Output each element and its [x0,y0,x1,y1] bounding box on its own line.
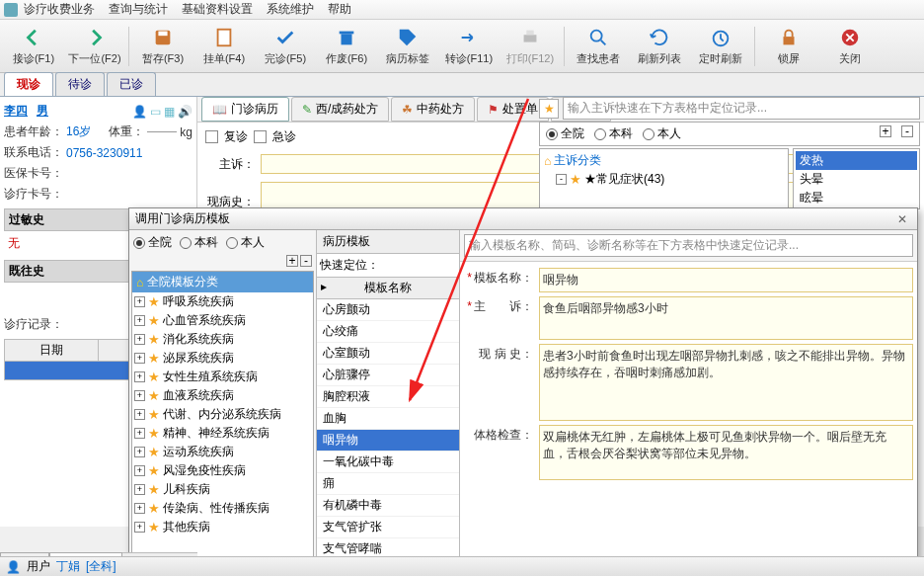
toolbar-void[interactable]: 作废(F6) [317,22,376,71]
category-item[interactable]: +★泌尿系统疾病 [132,349,313,368]
category-item[interactable]: +★代谢、内分泌系统疾病 [132,405,313,424]
tab-waiting[interactable]: 待诊 [55,72,105,96]
tab-western[interactable]: ✎西/成药处方 [291,97,389,122]
template-name-field[interactable]: 咽异物 [539,268,913,292]
expand-icon[interactable]: + [134,371,145,382]
template-item[interactable]: 胸腔积液 [317,386,459,408]
expand-icon[interactable]: + [134,409,145,420]
category-tree[interactable]: ⌂全院模板分类 +★呼吸系统疾病+★心血管系统疾病+★消化系统疾病+★泌尿系统疾… [131,271,314,560]
home-icon: ⌂ [136,276,143,289]
expand-icon[interactable]: + [134,447,145,457]
revisit-checkbox[interactable] [205,130,218,143]
expand-all-icon[interactable]: + [286,255,298,267]
template-item[interactable]: 支气管扩张 [317,517,459,538]
category-item[interactable]: +★儿科疾病 [132,480,313,499]
template-item[interactable]: 一氧化碳中毒 [317,452,459,473]
toolbar-close[interactable]: 关闭 [820,22,880,71]
toolbar-next[interactable]: 下一位(F2) [65,22,124,71]
patient-phone: 0756-3230911 [66,146,142,160]
status-bar: 👤 用户 丁娟 [全科] [0,556,924,576]
category-item[interactable]: +★血液系统疾病 [132,386,313,405]
template-item[interactable]: 痈 [317,473,459,495]
scope-self[interactable] [643,128,654,140]
menu-item[interactable]: 查询与统计 [109,1,168,18]
template-chief-field[interactable]: 食鱼后咽部异物感3小时 [539,296,913,340]
svg-rect-9 [784,37,795,44]
expand-icon[interactable]: + [134,353,145,364]
patient-name[interactable]: 李四 [4,103,28,120]
expand-icon[interactable]: + [134,522,145,533]
collapse-all-icon[interactable]: - [300,255,312,267]
template-history-field[interactable]: 患者3小时前食鱼时出现左咽部异物扎刺感，咳之不能排出异物。异物感持续存在，吞咽时… [539,344,913,421]
dlg-scope-all[interactable] [133,237,145,249]
category-item[interactable]: +★风湿免疫性疾病 [132,461,313,480]
svg-rect-6 [526,31,533,36]
sound-icon[interactable]: 🔊 [178,105,192,119]
toolbar-refresh[interactable]: 刷新列表 [630,22,689,71]
expand-icon[interactable]: + [134,390,145,401]
template-item[interactable]: 心脏骤停 [317,365,459,386]
toolbar-find[interactable]: 查找患者 [569,22,628,71]
urgent-checkbox[interactable] [254,130,267,143]
category-item[interactable]: +★其他疾病 [132,518,313,536]
template-item[interactable]: 心房颤动 [317,299,459,321]
toolbar-receive[interactable]: 接诊(F1) [4,22,63,71]
expand-icon[interactable]: + [134,296,145,307]
template-item[interactable]: 咽异物 [317,430,459,452]
template-item[interactable]: 血胸 [317,408,459,430]
visit-tabs: 现诊 待诊 已诊 [0,73,924,97]
minus-icon[interactable]: - [901,125,913,137]
dlg-scope-self[interactable] [226,237,238,249]
dlg-scope-dept[interactable] [180,237,192,249]
category-item[interactable]: +★心血管系统疾病 [132,311,313,330]
plus-icon[interactable]: + [880,125,891,137]
expand-icon[interactable]: + [134,315,145,326]
category-item[interactable]: +★女性生殖系统疾病 [132,368,313,386]
expand-icon[interactable]: + [134,503,145,514]
template-item[interactable]: 心绞痛 [317,321,459,343]
category-item[interactable]: +★运动系统疾病 [132,443,313,461]
toolbar-refer[interactable]: 转诊(F11) [439,22,499,71]
toolbar-lock[interactable]: 锁屏 [759,22,818,71]
template-exam-field[interactable]: 双扁桃体无红肿，左扁桃体上极可见鱼刺状异物一个。咽后壁无充血，舌根会厌谷梨状窝等… [539,425,913,480]
star-icon: ★ [148,370,160,384]
toolbar-save[interactable]: 暂存(F3) [133,22,192,71]
template-item[interactable]: 心室颤动 [317,343,459,365]
template-search[interactable]: 输入模板名称、简码、诊断名称等在下方表格中快速定位记录... [464,234,913,257]
star-icon: ★ [148,426,160,441]
category-item[interactable]: +★消化系统疾病 [132,330,313,349]
category-item[interactable]: +★精神、神经系统疾病 [132,424,313,443]
toolbar-hold[interactable]: 挂单(F4) [194,22,254,71]
expand-icon[interactable]: + [134,334,145,345]
toolbar-finish[interactable]: 完诊(F5) [256,22,315,71]
tab-done[interactable]: 已诊 [107,72,156,96]
menu-item[interactable]: 系统维护 [267,1,314,18]
expand-icon[interactable]: + [134,428,145,439]
card-icon[interactable]: ▭ [150,105,161,119]
toolbar-timer[interactable]: 定时刷新 [691,22,750,71]
svg-rect-3 [342,34,352,44]
tab-current[interactable]: 现诊 [4,72,53,96]
close-icon[interactable]: ✕ [893,211,911,227]
category-item[interactable]: +★传染病、性传播疾病 [132,499,313,518]
menu-item[interactable]: 基础资料设置 [182,1,253,18]
toolbar-print[interactable]: 打印(F12) [500,22,560,71]
person-icon[interactable]: 👤 [132,105,147,119]
category-item[interactable]: +★呼吸系统疾病 [132,292,313,311]
fav-icon[interactable]: ★ [539,99,559,119]
menu-item[interactable]: 帮助 [328,1,351,18]
menu-item[interactable]: 诊疗收费业务 [24,1,95,18]
expand-icon[interactable]: + [134,465,145,476]
dialog-title: 调用门诊病历模板 [135,210,230,227]
tab-chinese[interactable]: ☘中药处方 [391,97,475,122]
scope-dept[interactable] [594,128,606,140]
tab-outpatient[interactable]: 📖门诊病历 [201,97,289,122]
chief-search[interactable]: 输入主诉快速在下方表格中定位记录... [563,97,920,120]
svg-rect-5 [524,35,537,41]
phone-icon[interactable]: ▦ [164,105,175,119]
scope-all[interactable] [546,128,558,140]
template-list[interactable]: 心房颤动心绞痛心室颤动心脏骤停胸腔积液血胸咽异物一氧化碳中毒痈有机磷中毒支气管扩… [317,299,459,562]
expand-icon[interactable]: + [134,484,145,495]
template-item[interactable]: 有机磷中毒 [317,495,459,517]
toolbar-tag[interactable]: 病历标签 [378,22,437,71]
